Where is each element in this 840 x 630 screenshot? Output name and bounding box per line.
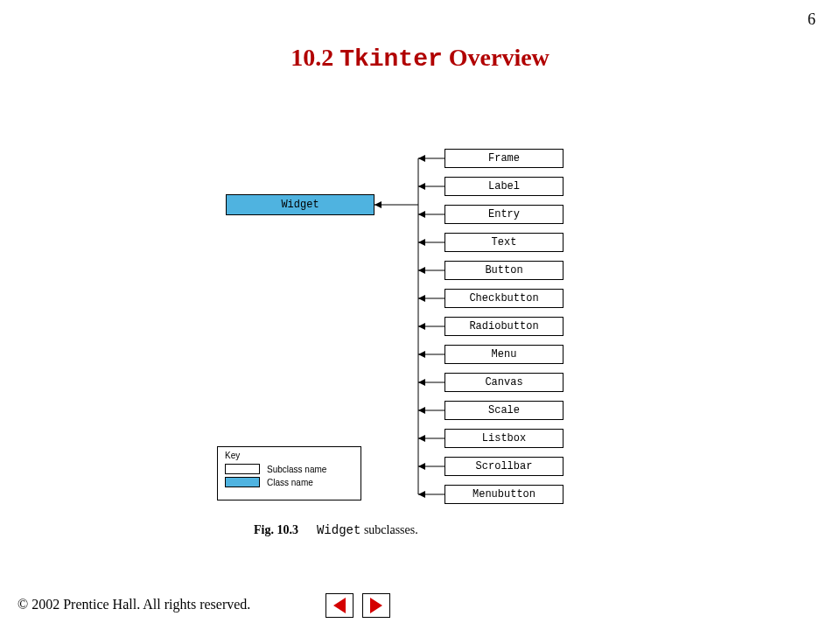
caption-mono: Widget [317, 523, 360, 537]
svg-marker-6 [418, 211, 425, 218]
title-section: 10.2 [290, 44, 333, 71]
subclass-box: Canvas [444, 373, 564, 392]
svg-marker-28 [374, 201, 382, 208]
legend-row-class: Class name [225, 477, 354, 487]
class-box-widget: Widget [226, 194, 374, 215]
subclass-box: Menu [444, 345, 564, 364]
legend-swatch-blue [225, 477, 260, 487]
subclass-box: Text [444, 233, 564, 252]
legend-class-label: Class name [267, 478, 313, 487]
svg-marker-16 [418, 351, 425, 358]
widget-hierarchy-diagram: Widget FrameLabelEntryTextButtonCheckbut… [0, 149, 840, 534]
svg-marker-26 [418, 491, 425, 498]
svg-marker-20 [418, 407, 425, 414]
subclass-box: Label [444, 177, 564, 196]
figure-caption: Fig. 10.3 Widget subclasses. [254, 523, 418, 537]
svg-marker-24 [418, 463, 425, 470]
legend-title: Key [225, 451, 354, 460]
subclass-box: Menubutton [444, 485, 564, 504]
subclass-column: FrameLabelEntryTextButtonCheckbuttonRadi… [444, 149, 564, 513]
caption-fig-number: Fig. 10.3 [254, 523, 298, 536]
nav-buttons [326, 593, 390, 618]
subclass-box: Entry [444, 205, 564, 224]
triangle-right-icon [370, 598, 382, 613]
svg-marker-10 [418, 267, 425, 274]
subclass-box: Listbox [444, 429, 564, 448]
title-mono: Tkinter [340, 46, 443, 73]
legend-swatch-white [225, 464, 260, 474]
svg-marker-14 [418, 323, 425, 330]
subclass-box: Button [444, 261, 564, 280]
legend-panel: Key Subclass name Class name [217, 446, 361, 500]
subclass-box: Scale [444, 401, 564, 420]
svg-marker-22 [418, 435, 425, 442]
caption-rest: subclasses. [360, 523, 417, 536]
subclass-box: Checkbutton [444, 289, 564, 308]
title-rest: Overview [449, 44, 550, 71]
prev-slide-button[interactable] [326, 593, 354, 618]
next-slide-button[interactable] [362, 593, 390, 618]
subclass-box: Frame [444, 149, 564, 168]
svg-marker-18 [418, 379, 425, 386]
triangle-left-icon [333, 598, 346, 613]
inheritance-arrows [0, 149, 840, 534]
copyright-footer: © 2002 Prentice Hall. All rights reserve… [18, 597, 250, 612]
subclass-box: Scrollbar [444, 457, 564, 476]
page-number: 6 [808, 10, 816, 29]
svg-marker-4 [418, 183, 425, 190]
svg-marker-12 [418, 295, 425, 302]
svg-marker-8 [418, 239, 425, 246]
legend-row-subclass: Subclass name [225, 464, 354, 474]
svg-marker-2 [418, 155, 425, 162]
page-title: 10.2 Tkinter Overview [0, 44, 840, 73]
legend-subclass-label: Subclass name [267, 465, 326, 474]
subclass-box: Radiobutton [444, 317, 564, 336]
